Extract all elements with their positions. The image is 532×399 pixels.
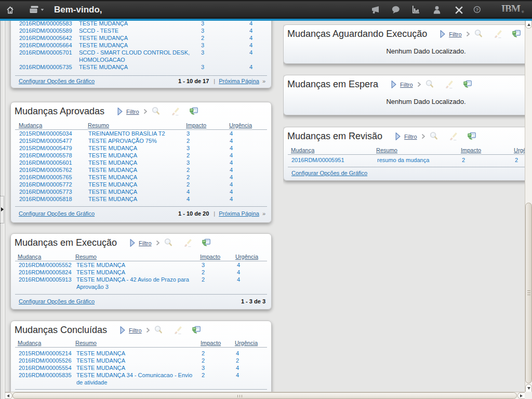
svg-text:IBM: IBM xyxy=(501,4,521,14)
svg-text:®: ® xyxy=(522,10,524,14)
svg-text:?: ? xyxy=(475,7,478,12)
